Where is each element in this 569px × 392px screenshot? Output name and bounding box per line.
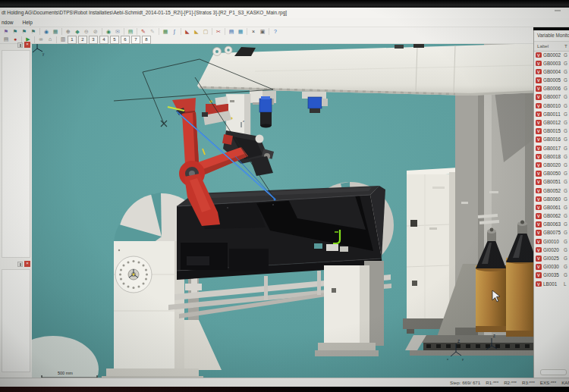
view-button-5[interactable]: 5 [110,36,119,44]
variable-row-GB0010[interactable]: VGB0010G [534,102,569,110]
close-icon[interactable]: × [24,42,30,48]
view-button-1[interactable]: 1 [68,36,77,44]
variable-monitor-panel[interactable]: Variable Monitor Label T VGB0002GVGB0003… [533,30,569,378]
tool-x-icon[interactable]: × [249,28,258,36]
variable-icon: V [536,94,542,100]
table-icon[interactable]: ▤ [227,28,236,36]
variable-type: G [564,179,567,184]
view-button-3[interactable]: 3 [89,36,98,44]
variable-type: G [564,221,567,227]
window-titlebar[interactable]: dt Holding AG\Documents\DTPS\Robot Insta… [0,8,569,18]
variable-row-GI0010[interactable]: VGI0010G [534,237,569,246]
variable-icon: V [536,86,542,92]
variable-row-GB0012[interactable]: VGB0012G [534,119,569,127]
variable-row-GB0017[interactable]: VGB0017G [534,144,569,152]
view-button-7[interactable]: 7 [131,36,140,44]
column-label[interactable]: Label [537,43,549,49]
clipboard-icon[interactable]: ▤ [126,28,135,36]
variable-row-GB0005[interactable]: VGB0005G [534,77,569,85]
column-type[interactable]: T [564,43,567,49]
left-panel-2[interactable] [2,269,30,372]
pin-icon[interactable] [17,262,23,267]
spline-icon[interactable]: ∫ [170,28,179,36]
ruler-icon[interactable]: ◣ [183,28,192,36]
grid-view-icon[interactable]: ▦ [51,28,60,36]
doc-icon[interactable]: ▤ [2,36,11,43]
close-icon[interactable]: × [24,261,30,267]
variable-row-GB0051[interactable]: VGB0051G [534,178,569,187]
variable-type: G [564,162,567,168]
home-icon[interactable]: ⌂ [46,36,55,43]
copy-sheet-icon[interactable]: ▦ [161,28,170,36]
globe-icon[interactable]: ◉ [42,28,51,36]
box-icon[interactable]: ▣ [258,28,267,36]
view-button-8[interactable]: 8 [142,36,151,44]
panel-resize-handle[interactable] [540,369,567,375]
svg-text:z: z [243,119,244,123]
variable-row-GB0011[interactable]: VGB0011G [534,110,569,118]
toolbar-separator [181,28,181,35]
3d-viewport[interactable]: z x y Z x y Z z 500 mm [32,44,534,378]
variable-icon: V [536,146,542,152]
cut-icon[interactable]: ✂ [214,28,223,36]
crosshair-icon[interactable]: ⊕ [64,28,73,36]
variable-row-GB0007[interactable]: VGB0007G [534,93,569,102]
left-panel-1[interactable] [2,50,30,258]
minimize-icon[interactable] [555,10,561,11]
help-icon[interactable]: ? [271,28,280,36]
variable-row-GB0003[interactable]: VGB0003G [534,59,569,67]
variable-row-GB0015[interactable]: VGB0015G [534,127,569,136]
variable-row-GB0050[interactable]: VGB0050G [534,170,569,178]
variable-row-GB0020[interactable]: VGB0020G [534,161,569,169]
variable-icon: V [536,272,542,278]
variable-row-GB0061[interactable]: VGB0061G [534,203,569,212]
mail-icon[interactable]: ✉ [113,28,122,36]
variable-row-GB0006[interactable]: VGB0006G [534,85,569,93]
view-button-4[interactable]: 4 [99,36,108,44]
variable-label: GB0015 [543,128,561,133]
zoom-out-icon[interactable]: ⊖ [82,28,91,36]
flag-teal-icon[interactable]: ⚑ [11,28,20,36]
gantry-beam[interactable] [197,44,534,96]
edit-disabled-icon[interactable]: ✎ [148,28,157,36]
variable-row-GB0004[interactable]: VGB0004G [534,67,569,76]
flag-teal3-icon[interactable]: ⚑ [29,28,38,36]
variable-icon: V [536,221,542,227]
variable-row-GB0052[interactable]: VGB0052G [534,187,569,195]
chart-icon[interactable]: ▦ [236,28,245,36]
menu-item-ndow[interactable]: ndow [2,20,14,25]
link-icon[interactable]: ∞ [36,36,46,43]
zoom-disabled-icon[interactable]: ⊘ [91,28,100,36]
ruler-yellow-icon[interactable]: ◣ [192,28,201,36]
variable-row-GB0075[interactable]: VGB0075G [534,229,569,237]
menu-item-help[interactable]: Help [23,20,33,25]
view-button-2[interactable]: 2 [78,36,87,44]
variable-row-GB0018[interactable]: VGB0018G [534,152,569,161]
variable-icon: V [536,120,542,126]
flag-purple-icon[interactable]: ⚑ [2,28,11,36]
variable-row-GB0002[interactable]: VGB0002G [534,51,569,59]
sheet-icon[interactable]: ▢ [201,28,210,36]
variable-label: GB0010 [543,103,561,108]
variable-row-GI0020[interactable]: VGI0020G [534,246,569,254]
variable-row-GI0025[interactable]: VGI0025G [534,255,569,263]
positioner-pedestal-right[interactable] [315,261,384,356]
toolbar-separator [212,28,212,35]
variable-row-LB001[interactable]: VLB001L [534,280,569,288]
pan-icon[interactable]: ◆ [73,28,82,36]
variable-row-GI0030[interactable]: VGI0030G [534,263,569,271]
edit-icon[interactable]: ✎ [139,28,148,36]
variable-row-GB0016[interactable]: VGB0016G [534,136,569,144]
variable-row-GB0063[interactable]: VGB0063G [534,221,569,229]
variable-row-GB0062[interactable]: VGB0062G [534,212,569,221]
list-icon[interactable]: ▥ [58,36,68,43]
globe-add-icon[interactable]: ◉ [104,28,113,36]
left-panel-1-controls: × [17,42,30,48]
variable-row-GB0060[interactable]: VGB0060G [534,195,569,203]
3d-scene-canvas[interactable]: z x y Z x y Z z 500 mm [32,44,534,378]
monitor-bezel-top [0,0,569,8]
view-button-6[interactable]: 6 [121,36,130,44]
variable-row-GI0035[interactable]: VGI0035G [534,271,569,280]
pin-icon[interactable] [17,42,23,48]
flag-teal2-icon[interactable]: ⚑ [20,28,29,36]
